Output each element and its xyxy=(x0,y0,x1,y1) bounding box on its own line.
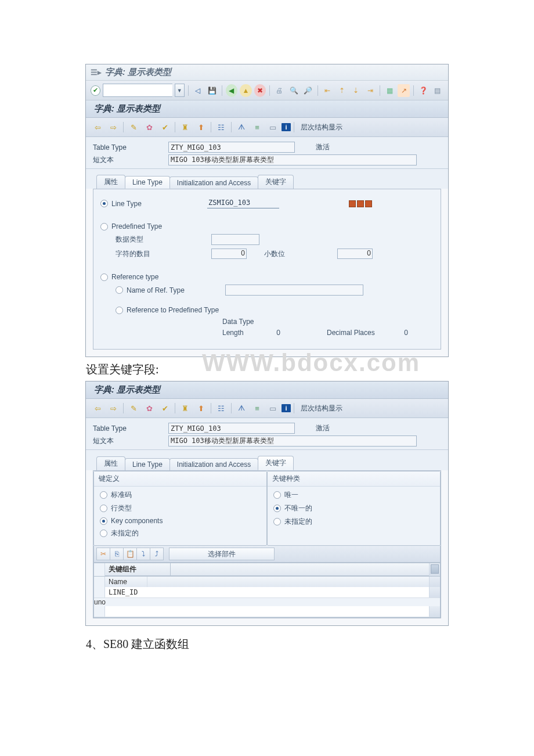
window-menu-icon[interactable]: ☰▸ xyxy=(91,68,102,77)
radio-kind-unspec[interactable] xyxy=(273,518,281,525)
radio-ref-predef[interactable] xyxy=(116,307,123,314)
data-type-field xyxy=(211,234,259,245)
length-value: 0 xyxy=(263,329,280,337)
append-icon[interactable]: ≡ xyxy=(250,121,264,134)
tab-init-access[interactable]: Initialization and Access xyxy=(169,458,258,470)
short-text-field xyxy=(168,154,417,165)
new-session-icon[interactable]: ▦ xyxy=(384,84,396,97)
post-caption: 4、SE80 建立函数组 xyxy=(86,636,448,652)
back-icon[interactable]: ◀ xyxy=(226,84,238,97)
key-def-opt2: 行类型 xyxy=(111,503,132,513)
command-dropdown-icon[interactable]: ▼ xyxy=(175,84,185,97)
next-page-icon[interactable]: ⇣ xyxy=(350,84,362,97)
enter-icon[interactable]: ◁ xyxy=(192,84,204,97)
delete-row-icon[interactable]: ⤴ xyxy=(150,548,164,560)
scrollbar-thumb[interactable] xyxy=(431,564,439,574)
table-row[interactable]: LINE_ID xyxy=(94,587,440,598)
tab-key[interactable]: 关键字 xyxy=(258,175,294,189)
radio-std-key[interactable] xyxy=(100,491,107,499)
row-name-cell-empty[interactable] xyxy=(105,606,429,617)
radio-nonunique[interactable] xyxy=(273,505,281,512)
first-page-icon[interactable]: ⇤ xyxy=(322,84,334,97)
ref-name-field xyxy=(225,285,363,296)
table-row[interactable] xyxy=(94,606,440,617)
tab-line-type[interactable]: Line Type xyxy=(125,458,170,470)
print-icon[interactable]: 🖨 xyxy=(273,84,286,97)
save-icon[interactable]: 💾 xyxy=(206,84,218,97)
data-type2-label: Data Type xyxy=(222,318,269,326)
col-name-header[interactable]: Name xyxy=(105,577,147,587)
hierarchy-display-label[interactable]: 层次结构显示 xyxy=(301,404,342,413)
line-type-label: Line Type xyxy=(111,200,207,208)
tab-line-type[interactable]: Line Type xyxy=(125,176,170,189)
radio-unique[interactable] xyxy=(273,491,281,499)
check-icon[interactable]: ✔ xyxy=(158,121,172,134)
where-used-icon[interactable]: ⬆ xyxy=(194,402,208,415)
select-component-button[interactable]: 选择部件 xyxy=(169,548,275,560)
hierarchy-icon[interactable]: ☷ xyxy=(214,402,228,415)
radio-row-type[interactable] xyxy=(100,505,107,512)
hierarchy-display-label[interactable]: 层次结构显示 xyxy=(301,123,342,132)
decimals-field: 0 xyxy=(337,249,373,259)
tab-panel-line-type: Line Type ZSMIGO_103 Predefined Type 数据类… xyxy=(93,189,441,350)
tab-key[interactable]: 关键字 xyxy=(258,456,294,470)
append-icon[interactable]: ≡ xyxy=(250,402,264,415)
radio-ref-name[interactable] xyxy=(116,286,123,294)
activate-icon[interactable]: ♜ xyxy=(178,402,192,415)
radio-predef-type[interactable] xyxy=(100,223,108,231)
app-toolbar-2: ⇦ ⇨ ✎ ✿ ✔ ♜ ⬆ ☷ ᗑ ≡ ▭ i 层次结构显示 xyxy=(86,399,448,418)
tree-icon[interactable]: ᗑ xyxy=(234,121,248,134)
screen-title: 字典: 显示表类型 xyxy=(86,100,448,118)
other-object-icon[interactable]: ✿ xyxy=(142,402,156,415)
decimals-label: 小数位 xyxy=(264,249,285,259)
line-type-value[interactable]: ZSMIGO_103 xyxy=(207,199,279,208)
command-field[interactable] xyxy=(103,84,172,97)
length-label: Length xyxy=(222,329,257,337)
group-key-kind: 关键种类 唯一 不唯一的 未指定的 xyxy=(267,471,441,546)
display-change-icon[interactable]: ✎ xyxy=(127,121,140,134)
check-icon[interactable]: ✔ xyxy=(158,402,172,415)
row-name-cell[interactable]: LINE_ID xyxy=(105,587,429,597)
activate-icon[interactable]: ♜ xyxy=(178,121,192,134)
find-next-icon[interactable]: 🔎 xyxy=(302,84,314,97)
shortcut-icon[interactable]: ↗ xyxy=(398,84,410,97)
cut-icon[interactable]: ✂ xyxy=(96,548,110,560)
tab-init-access[interactable]: Initialization and Access xyxy=(169,177,258,189)
table-type-field xyxy=(168,423,295,434)
nav-back-icon[interactable]: ⇦ xyxy=(91,402,104,415)
f4-help-icon[interactable] xyxy=(349,200,372,207)
data-type-label: 数据类型 xyxy=(100,235,211,244)
radio-line-type[interactable] xyxy=(100,200,108,207)
tabstrip: 属性 Line Type Initialization and Access 关… xyxy=(86,169,448,189)
nav-fwd-icon[interactable]: ⇨ xyxy=(106,121,120,134)
where-used-icon[interactable]: ⬆ xyxy=(194,121,208,134)
radio-key-components[interactable] xyxy=(100,517,107,525)
doc-icon[interactable]: ▭ xyxy=(266,402,280,415)
nav-fwd-icon[interactable]: ⇨ xyxy=(106,402,120,415)
layout-icon[interactable]: ▤ xyxy=(431,84,443,97)
doc-icon[interactable]: ▭ xyxy=(266,121,280,134)
radio-ref-type[interactable] xyxy=(100,273,108,281)
info-icon[interactable]: i xyxy=(282,123,291,131)
tab-attributes[interactable]: 属性 xyxy=(96,175,125,189)
info-icon[interactable]: i xyxy=(282,404,291,412)
nav-back-icon[interactable]: ⇦ xyxy=(91,121,104,134)
radio-unspecified[interactable] xyxy=(100,530,107,537)
find-icon[interactable]: 🔍 xyxy=(288,84,300,97)
hierarchy-icon[interactable]: ☷ xyxy=(214,121,228,134)
copy-icon[interactable]: ⎘ xyxy=(110,548,124,560)
insert-row-icon[interactable]: ⤵ xyxy=(136,548,150,560)
key-kind-opt2: 不唯一的 xyxy=(284,503,312,513)
exit-icon[interactable]: ▲ xyxy=(240,84,252,97)
display-change-icon[interactable]: ✎ xyxy=(127,402,140,415)
tree-icon[interactable]: ᗑ xyxy=(234,402,248,415)
help-icon[interactable]: ❓ xyxy=(417,84,430,97)
other-object-icon[interactable]: ✿ xyxy=(142,121,156,134)
paste-icon[interactable]: 📋 xyxy=(123,548,137,560)
ok-icon[interactable]: ✔ xyxy=(91,85,100,96)
last-page-icon[interactable]: ⇥ xyxy=(364,84,376,97)
cancel-icon[interactable]: ✖ xyxy=(254,84,266,97)
ref-type-label: Reference type xyxy=(111,273,207,281)
tab-attributes[interactable]: 属性 xyxy=(96,456,125,470)
prev-page-icon[interactable]: ⇡ xyxy=(335,84,348,97)
